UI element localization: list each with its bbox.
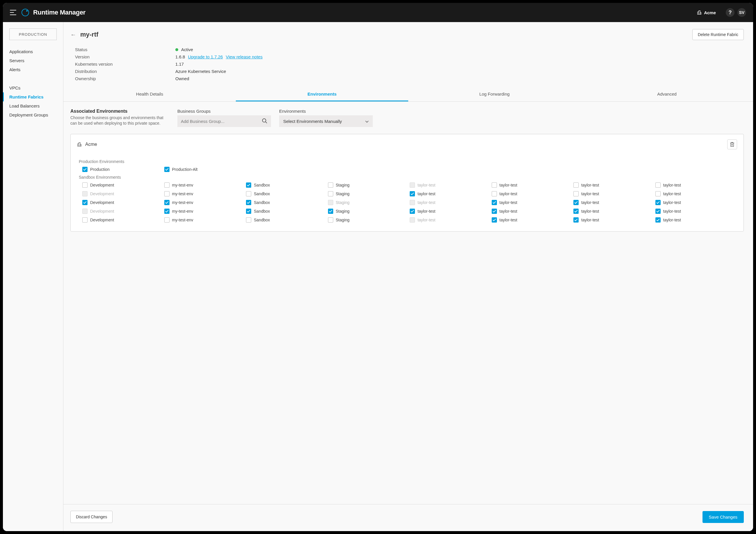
env-checkbox-item[interactable]: taylor-test xyxy=(492,217,572,222)
env-checkbox-item[interactable]: Staging xyxy=(328,191,408,196)
checkbox[interactable] xyxy=(164,167,170,172)
checkbox[interactable] xyxy=(492,200,497,205)
sidebar-item-vpcs[interactable]: VPCs xyxy=(3,83,63,92)
checkbox[interactable] xyxy=(573,209,579,214)
tab-log-forwarding[interactable]: Log Forwarding xyxy=(408,88,581,101)
user-avatar[interactable]: SV xyxy=(737,8,746,17)
tab-environments[interactable]: Environments xyxy=(236,88,408,101)
env-checkbox-item[interactable]: taylor-test xyxy=(655,191,736,196)
env-checkbox-item[interactable]: Sandbox xyxy=(246,183,326,188)
checkbox[interactable] xyxy=(410,191,415,196)
env-checkbox-item[interactable]: Staging xyxy=(328,183,408,188)
env-checkbox-item[interactable]: Development xyxy=(82,217,163,222)
checkbox-label: Sandbox xyxy=(254,183,270,188)
environment-selector[interactable]: PRODUCTION xyxy=(9,29,57,40)
env-checkbox-item[interactable]: Sandbox xyxy=(246,217,326,222)
checkbox[interactable] xyxy=(655,200,661,205)
env-checkbox-item[interactable]: taylor-test xyxy=(492,209,572,214)
env-checkbox-item[interactable]: taylor-test xyxy=(655,200,736,205)
checkbox[interactable] xyxy=(246,200,251,205)
checkbox[interactable] xyxy=(246,191,251,196)
sidebar-item-deployment-groups[interactable]: Deployment Groups xyxy=(3,111,63,119)
checkbox[interactable] xyxy=(164,209,170,214)
checkbox[interactable] xyxy=(328,191,333,196)
checkbox[interactable] xyxy=(655,217,661,222)
delete-runtime-fabric-button[interactable]: Delete Runtime Fabric xyxy=(692,29,744,40)
env-checkbox-item[interactable]: taylor-test xyxy=(573,217,654,222)
checkbox[interactable] xyxy=(328,183,333,188)
checkbox[interactable] xyxy=(82,167,88,172)
env-checkbox-item[interactable]: Development xyxy=(82,183,163,188)
checkbox[interactable] xyxy=(82,217,88,222)
env-checkbox-item[interactable]: Sandbox xyxy=(246,191,326,196)
checkbox[interactable] xyxy=(328,209,333,214)
delete-business-group-button[interactable] xyxy=(727,140,737,149)
env-checkbox-item[interactable]: taylor-test xyxy=(655,209,736,214)
env-checkbox-item[interactable]: taylor-test xyxy=(655,217,736,222)
env-checkbox-item[interactable]: taylor-test xyxy=(492,191,572,196)
back-arrow-icon[interactable]: ← xyxy=(70,31,76,38)
checkbox[interactable] xyxy=(164,200,170,205)
env-checkbox-item[interactable]: taylor-test xyxy=(492,183,572,188)
checkbox[interactable] xyxy=(655,191,661,196)
env-checkbox-item[interactable]: my-test-env xyxy=(164,191,245,196)
env-checkbox-item[interactable]: taylor-test xyxy=(492,200,572,205)
env-checkbox-item[interactable]: taylor-test xyxy=(655,183,736,188)
checkbox[interactable] xyxy=(492,183,497,188)
env-checkbox-item[interactable]: Production xyxy=(82,167,163,172)
save-changes-button[interactable]: Save Changes xyxy=(703,511,744,523)
menu-icon[interactable] xyxy=(10,10,16,15)
checkbox[interactable] xyxy=(82,200,88,205)
checkbox[interactable] xyxy=(164,217,170,222)
checkbox[interactable] xyxy=(492,217,497,222)
env-checkbox-item[interactable]: Sandbox xyxy=(246,209,326,214)
environments-select[interactable]: Select Environments Manually xyxy=(279,115,373,127)
discard-changes-button[interactable]: Discard Changes xyxy=(70,511,113,523)
sidebar-item-runtime-fabrics[interactable]: Runtime Fabrics xyxy=(3,92,63,101)
env-checkbox-item[interactable]: my-test-env xyxy=(164,217,245,222)
checkbox[interactable] xyxy=(573,191,579,196)
env-checkbox-item[interactable]: taylor-test xyxy=(573,209,654,214)
env-checkbox-item[interactable]: taylor-test xyxy=(573,183,654,188)
env-checkbox-item[interactable]: my-test-env xyxy=(164,183,245,188)
env-checkbox-item[interactable]: taylor-test xyxy=(410,191,490,196)
tab-advanced[interactable]: Advanced xyxy=(581,88,753,101)
business-group-text-input[interactable] xyxy=(181,119,259,124)
checkbox[interactable] xyxy=(573,183,579,188)
checkbox[interactable] xyxy=(246,209,251,214)
business-group-input[interactable] xyxy=(177,115,271,127)
env-checkbox-item[interactable]: taylor-test xyxy=(410,209,490,214)
sidebar-item-applications[interactable]: Applications xyxy=(3,47,63,56)
env-checkbox-item[interactable]: my-test-env xyxy=(164,200,245,205)
checkbox[interactable] xyxy=(164,191,170,196)
checkbox[interactable] xyxy=(492,191,497,196)
org-switcher[interactable]: Acme xyxy=(697,10,716,15)
checkbox[interactable] xyxy=(82,183,88,188)
checkbox[interactable] xyxy=(573,217,579,222)
sidebar-item-servers[interactable]: Servers xyxy=(3,56,63,65)
env-checkbox-item[interactable]: my-test-env xyxy=(164,209,245,214)
env-checkbox-item[interactable]: Staging xyxy=(328,209,408,214)
env-checkbox-item[interactable]: Development xyxy=(82,200,163,205)
checkbox[interactable] xyxy=(328,217,333,222)
checkbox[interactable] xyxy=(655,183,661,188)
env-checkbox-item[interactable]: Production-Alt xyxy=(164,167,245,172)
env-checkbox-item[interactable]: Sandbox xyxy=(246,200,326,205)
checkbox[interactable] xyxy=(492,209,497,214)
env-checkbox-item[interactable]: Staging xyxy=(328,217,408,222)
checkbox[interactable] xyxy=(246,183,251,188)
help-button[interactable]: ? xyxy=(726,8,735,17)
env-checkbox-item[interactable]: taylor-test xyxy=(573,191,654,196)
upgrade-version-link[interactable]: Upgrade to 1.7.26 xyxy=(188,54,223,59)
checkbox[interactable] xyxy=(410,209,415,214)
checkbox[interactable] xyxy=(246,217,251,222)
release-notes-link[interactable]: View release notes xyxy=(226,54,262,59)
env-checkbox-item[interactable]: taylor-test xyxy=(573,200,654,205)
checkbox[interactable] xyxy=(164,183,170,188)
sidebar-item-alerts[interactable]: Alerts xyxy=(3,65,63,74)
checkbox[interactable] xyxy=(573,200,579,205)
checkbox[interactable] xyxy=(655,209,661,214)
tab-health-details[interactable]: Health Details xyxy=(64,88,236,101)
checkbox-label: Sandbox xyxy=(254,200,270,205)
sidebar-item-load-balancers[interactable]: Load Balancers xyxy=(3,101,63,111)
